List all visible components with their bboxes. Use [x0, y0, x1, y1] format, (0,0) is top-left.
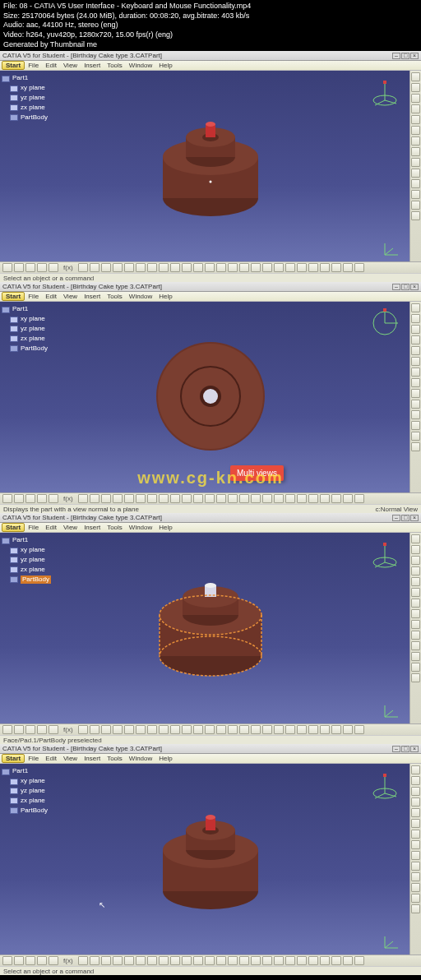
toolbar-button[interactable] — [90, 494, 99, 503]
compass-icon[interactable] — [368, 769, 401, 802]
tool-button[interactable] — [411, 303, 420, 312]
menu-file[interactable]: File — [28, 62, 39, 69]
fx-button[interactable]: f(x) — [60, 726, 76, 733]
toolbar-button[interactable] — [239, 494, 249, 503]
tool-button[interactable] — [411, 179, 420, 188]
tool-button[interactable] — [411, 819, 420, 828]
tool-button[interactable] — [411, 83, 420, 92]
tool-button[interactable] — [411, 378, 420, 387]
tool-button[interactable] — [411, 673, 420, 682]
tool-button[interactable] — [411, 314, 420, 323]
close-button[interactable]: × — [410, 746, 419, 752]
viewport-3d[interactable]: Part1 xy plane yz plane zx plane PartBod… — [0, 302, 421, 492]
tool-button[interactable] — [411, 357, 420, 366]
toolbar-button[interactable] — [25, 494, 35, 503]
toolbar-button[interactable] — [274, 263, 284, 272]
model-cake-highlighted[interactable] — [141, 566, 280, 691]
tool-button[interactable] — [411, 840, 420, 849]
toolbar-button[interactable] — [25, 263, 35, 272]
spec-tree[interactable]: Part1 xy plane yz plane zx plane PartBod… — [2, 74, 48, 122]
maximize-button[interactable]: □ — [401, 53, 409, 59]
menu-file[interactable]: File — [28, 755, 39, 762]
menu-help[interactable]: Help — [159, 62, 172, 69]
menu-window[interactable]: Window — [129, 755, 152, 762]
tree-zx[interactable]: zx plane — [21, 566, 45, 575]
menu-tools[interactable]: Tools — [107, 293, 123, 300]
spec-tree[interactable]: Part1 xy plane yz plane zx plane PartBod… — [2, 536, 51, 585]
toolbar-button[interactable] — [113, 956, 123, 965]
minimize-button[interactable]: – — [392, 53, 400, 59]
tree-xy[interactable]: xy plane — [21, 777, 45, 786]
tree-body[interactable]: PartBody — [21, 807, 48, 816]
close-button[interactable]: × — [410, 515, 419, 521]
toolbar-button[interactable] — [285, 263, 295, 272]
toolbar-button[interactable] — [101, 494, 111, 503]
toolbar-button[interactable] — [343, 263, 353, 272]
toolbar-button[interactable] — [308, 956, 318, 965]
toolbar-button[interactable] — [285, 494, 295, 503]
tool-button[interactable] — [411, 904, 420, 913]
toolbar-button[interactable] — [228, 263, 238, 272]
toolbar-button[interactable] — [37, 725, 47, 734]
tool-button[interactable] — [411, 432, 420, 441]
toolbar-button[interactable] — [193, 725, 203, 734]
toolbar-button[interactable] — [170, 725, 180, 734]
toolbar-button[interactable] — [205, 494, 215, 503]
toolbar-button[interactable] — [170, 956, 180, 965]
toolbar-button[interactable] — [101, 956, 111, 965]
toolbar-button[interactable] — [49, 494, 58, 503]
toolbar-button[interactable] — [2, 956, 12, 965]
toolbar-button[interactable] — [49, 956, 58, 965]
toolbar-button[interactable] — [308, 725, 318, 734]
toolbar-button[interactable] — [251, 494, 261, 503]
tool-button[interactable] — [411, 211, 420, 220]
toolbar-button[interactable] — [2, 263, 12, 272]
maximize-button[interactable]: □ — [401, 515, 409, 521]
tool-button[interactable] — [411, 851, 420, 860]
menu-view[interactable]: View — [63, 755, 77, 762]
toolbar-button[interactable] — [101, 263, 111, 272]
tool-button[interactable] — [411, 72, 420, 81]
minimize-button[interactable]: – — [392, 515, 400, 521]
toolbar-button[interactable] — [49, 263, 58, 272]
toolbar-button[interactable] — [343, 494, 353, 503]
tree-root[interactable]: Part1 — [12, 536, 28, 545]
menu-edit[interactable]: Edit — [45, 524, 57, 531]
toolbar-button[interactable] — [90, 725, 99, 734]
toolbar-button[interactable] — [14, 725, 24, 734]
toolbar-button[interactable] — [216, 956, 226, 965]
minimize-button[interactable]: – — [392, 284, 400, 290]
tree-zx[interactable]: zx plane — [21, 797, 45, 806]
compass-icon[interactable] — [368, 76, 401, 109]
toolbar-button[interactable] — [136, 263, 146, 272]
toolbar-button[interactable] — [216, 725, 226, 734]
toolbar-button[interactable] — [14, 956, 24, 965]
tool-button[interactable] — [411, 545, 420, 554]
menu-tools[interactable]: Tools — [107, 62, 123, 69]
toolbar-button[interactable] — [343, 725, 353, 734]
menu-insert[interactable]: Insert — [84, 62, 100, 69]
toolbar-button[interactable] — [239, 956, 249, 965]
tree-root[interactable]: Part1 — [12, 74, 28, 83]
menu-help[interactable]: Help — [159, 524, 172, 531]
toolbar-button[interactable] — [228, 956, 238, 965]
toolbar-button[interactable] — [320, 725, 330, 734]
tool-button[interactable] — [411, 641, 420, 650]
toolbar-button[interactable] — [182, 725, 192, 734]
toolbar-button[interactable] — [297, 725, 307, 734]
menu-help[interactable]: Help — [159, 755, 172, 762]
toolbar-button[interactable] — [331, 725, 341, 734]
menu-edit[interactable]: Edit — [45, 293, 57, 300]
toolbar-button[interactable] — [297, 263, 307, 272]
tool-button[interactable] — [411, 620, 420, 629]
menu-tools[interactable]: Tools — [107, 755, 123, 762]
tool-button[interactable] — [411, 201, 420, 210]
tool-button[interactable] — [411, 808, 420, 817]
toolbar-button[interactable] — [159, 956, 169, 965]
tool-button[interactable] — [411, 104, 420, 113]
toolbar-button[interactable] — [124, 494, 134, 503]
compass-icon[interactable] — [368, 307, 401, 340]
toolbar-button[interactable] — [25, 956, 35, 965]
toolbar-button[interactable] — [90, 263, 99, 272]
viewport-3d[interactable]: Part1 xy plane yz plane zx plane PartBod… — [0, 533, 421, 723]
